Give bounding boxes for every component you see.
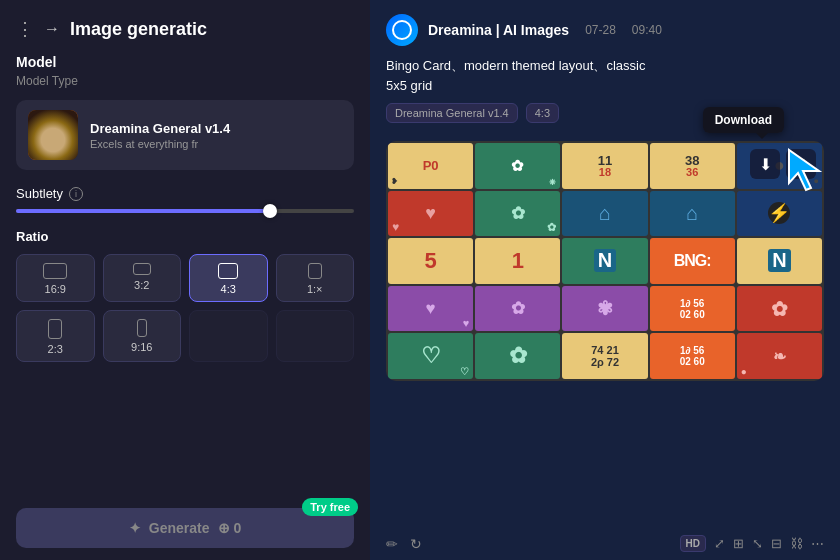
cell-r2c5: ⚡ <box>737 191 822 237</box>
crop-icon[interactable]: ⊟ <box>771 536 782 551</box>
tag-model: Dreamina General v1.4 <box>386 103 518 123</box>
cell-r5c3: 74 21 2ρ 72 <box>562 333 647 379</box>
ratio-btn-916[interactable]: 9:16 <box>103 310 182 362</box>
ratio-grid-row2: 2:3 9:16 <box>16 310 354 362</box>
panel-title: Image generatic <box>70 19 207 40</box>
ratio-btn-43[interactable]: 4:3 <box>189 254 268 302</box>
chat-hour: 09:40 <box>632 23 662 37</box>
cell-r2c3: ⌂ <box>562 191 647 237</box>
subtlety-slider[interactable] <box>16 209 354 213</box>
footer-left: ✏ ↻ <box>386 536 422 552</box>
footer-right: HD ⤢ ⊞ ⤡ ⊟ ⛓ ⋯ <box>680 535 824 552</box>
more-icon[interactable]: ⋯ <box>811 536 824 551</box>
ratio-btn-empty1 <box>189 310 268 362</box>
chat-prompt: Bingo Card、modern themed layout、classic … <box>386 56 824 95</box>
cell-r5c1: ♡ ♡ <box>388 333 473 379</box>
panel-header: ⋮ → Image generatic <box>0 0 370 54</box>
model-name: Dreamina General v1.4 <box>90 121 342 136</box>
model-info: Dreamina General v1.4 Excels at everythi… <box>90 121 342 150</box>
image-footer: ✏ ↻ HD ⤢ ⊞ ⤡ ⊟ ⛓ ⋯ <box>370 527 840 560</box>
ratio-btn-169[interactable]: 16:9 <box>16 254 95 302</box>
resize1-icon[interactable]: ⤡ <box>752 536 763 551</box>
cell-r5c2: ✿ <box>475 333 560 379</box>
cell-r4c2: ✿ <box>475 286 560 332</box>
app-avatar <box>386 14 418 46</box>
arrow-icon: → <box>44 20 60 38</box>
cell-r3c2: 1 <box>475 238 560 284</box>
info-icon: i <box>69 187 83 201</box>
subtlety-row: Subtlety i <box>16 186 354 201</box>
ratio-grid-row1: 16:9 3:2 4:3 1:× <box>16 254 354 302</box>
generate-count: ⊕ 0 <box>218 520 242 536</box>
left-content: Model Model Type Dreamina General v1.4 E… <box>0 54 370 362</box>
cell-r2c4: ⌂ <box>650 191 735 237</box>
cell-r4c1: ♥ ♥ <box>388 286 473 332</box>
ratio-btn-empty2 <box>276 310 355 362</box>
link-icon[interactable]: ⛓ <box>790 536 803 551</box>
model-thumbnail <box>28 110 78 160</box>
try-free-badge: Try free <box>302 498 358 516</box>
cell-r3c3: N <box>562 238 647 284</box>
menu-icon[interactable]: ⋮ <box>16 18 34 40</box>
cell-r5c5: ❧ ● <box>737 333 822 379</box>
generate-area: ✦ Generate ⊕ 0 Try free <box>0 496 370 560</box>
app-name: Dreamina | AI Images <box>428 22 569 38</box>
model-desc: Excels at everything fr <box>90 138 342 150</box>
left-panel: ⋮ → Image generatic Model Model Type Dre… <box>0 0 370 560</box>
edit-icon[interactable]: ✏ <box>386 536 398 552</box>
ratio-label: Ratio <box>16 229 354 244</box>
right-panel: Dreamina | AI Images 07-28 09:40 Bingo C… <box>370 0 840 560</box>
cell-r1c2: ✿ ❋ <box>475 143 560 189</box>
cell-r3c1: 5 <box>388 238 473 284</box>
cell-r4c5: ✿ <box>737 286 822 332</box>
enhance-icon[interactable]: ⤢ <box>714 536 725 551</box>
ratio-btn-1t[interactable]: 1:× <box>276 254 355 302</box>
ratio-btn-32[interactable]: 3:2 <box>103 254 182 302</box>
cell-r1c1: P0 ❥ <box>388 143 473 189</box>
cell-r4c3: ✾ <box>562 286 647 332</box>
download-tooltip: Download <box>703 107 784 133</box>
cell-r3c5: N <box>737 238 822 284</box>
download-button[interactable]: ⬇ <box>750 149 780 179</box>
cell-r3c4: BNG: <box>650 238 735 284</box>
cell-r2c2: ✿ ✿ <box>475 191 560 237</box>
cell-r1c4: 38 36 <box>650 143 735 189</box>
generate-button[interactable]: ✦ Generate ⊕ 0 Try free <box>16 508 354 548</box>
image-overlay-controls: ⬇ ⧉ <box>750 149 816 179</box>
model-type-label: Model Type <box>16 74 354 88</box>
cell-r2c1: ♥ ♥ <box>388 191 473 237</box>
model-section-label: Model <box>16 54 354 70</box>
hd-badge[interactable]: HD <box>680 535 706 552</box>
copy-button[interactable]: ⧉ <box>786 149 816 179</box>
refresh-icon[interactable]: ↻ <box>410 536 422 552</box>
cell-r1c3: 11 18 <box>562 143 647 189</box>
ratio-btn-23[interactable]: 2:3 <box>16 310 95 362</box>
image-icon[interactable]: ⊞ <box>733 536 744 551</box>
generate-icon: ✦ <box>129 520 141 536</box>
subtlety-label: Subtlety <box>16 186 63 201</box>
tag-ratio: 4:3 <box>526 103 559 123</box>
image-wrapper: Download ⬇ ⧉ P0 ❥ ✿ ❋ 11 <box>386 141 824 523</box>
generate-label: Generate <box>149 520 210 536</box>
cell-r5c4: 1∂ 56 02 60 <box>650 333 735 379</box>
chat-header: Dreamina | AI Images 07-28 09:40 <box>370 0 840 56</box>
chat-date: 07-28 <box>585 23 616 37</box>
cell-r4c4: 1∂ 56 02 60 <box>650 286 735 332</box>
model-card[interactable]: Dreamina General v1.4 Excels at everythi… <box>16 100 354 170</box>
